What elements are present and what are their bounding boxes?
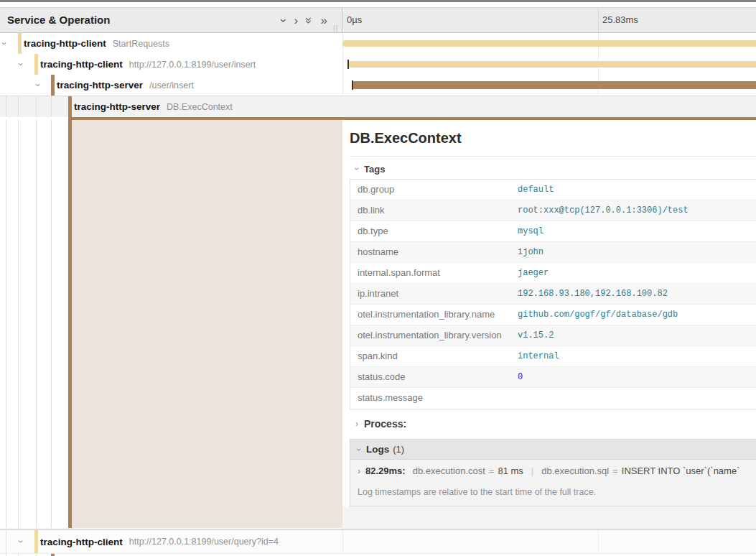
expand-collapse-controls: › › » » xyxy=(282,8,327,32)
span-service-name: tracing-http-server xyxy=(74,101,160,112)
logs-accordion-header[interactable]: › Logs (1) xyxy=(350,440,756,460)
chevron-right-icon: › xyxy=(355,420,358,428)
tag-value: jaeger xyxy=(510,263,549,283)
process-label: Process: xyxy=(364,418,406,430)
column-resizer-grip-icon[interactable]: || xyxy=(333,24,338,32)
chevron-down-icon[interactable]: › xyxy=(3,33,6,54)
tree-indent-guide xyxy=(18,96,19,117)
log-field-value: INSERT INTO `user`(`name` xyxy=(622,465,740,476)
tag-row: status.code 0 xyxy=(350,367,756,388)
span-detail-panel: DB.ExecContext › Tags db.group default d… xyxy=(342,120,756,529)
log-timestamp: 82.29ms: xyxy=(365,465,406,476)
collapse-all-button[interactable]: » xyxy=(306,14,312,27)
timeline-tick-25ms: 25.83ms xyxy=(602,8,638,32)
logs-count: (1) xyxy=(393,444,404,455)
tag-value: v1.15.2 xyxy=(510,325,554,346)
logs-accordion: › Logs (1) › 82.29ms: db.execution.cost … xyxy=(350,439,756,506)
span-operation-name: StartRequests xyxy=(113,39,169,49)
span-service-name: tracing-http-client xyxy=(24,38,106,49)
chevron-down-icon: › xyxy=(353,167,361,170)
span-operation-name: /user/insert xyxy=(149,80,194,91)
tag-row: db.group default xyxy=(350,180,756,200)
tag-row: status.message xyxy=(350,388,756,409)
tag-value: ijohn xyxy=(510,242,543,262)
log-entry[interactable]: › 82.29ms: db.execution.cost = 81 ms | d… xyxy=(358,465,756,476)
double-chevron-down-icon: » xyxy=(303,17,315,23)
logs-body: › 82.29ms: db.execution.cost = 81 ms | d… xyxy=(350,460,756,506)
chevron-down-icon: › xyxy=(355,448,363,451)
span-row-db-exec-context-selected[interactable]: tracing-http-server DB.ExecContext xyxy=(0,96,756,117)
log-timestamps-note: Log timestamps are relative to the start… xyxy=(358,487,596,497)
chevron-down-icon: › xyxy=(278,18,290,22)
span-row-client-insert[interactable]: › tracing-http-client http://127.0.0.1:8… xyxy=(0,54,756,75)
divider xyxy=(350,156,756,157)
span-service-name: tracing-http-server xyxy=(57,80,143,91)
tag-row: otel.instrumentation_library.version v1.… xyxy=(350,325,756,346)
chevron-down-icon[interactable]: › xyxy=(37,75,39,96)
span-color-chip xyxy=(18,33,22,54)
process-accordion-header[interactable]: › Process: xyxy=(355,417,406,431)
span-duration-bar[interactable] xyxy=(342,40,756,47)
span-row-start-requests[interactable]: › tracing-http-client StartRequests xyxy=(0,33,756,54)
tag-row: internal.span.format jaeger xyxy=(350,263,756,284)
span-row-client-query[interactable]: › tracing-http-client http://127.0.0.1:8… xyxy=(0,529,756,553)
tags-label: Tags xyxy=(364,164,385,175)
chevron-right-icon: › xyxy=(294,14,298,27)
span-rows: › tracing-http-client StartRequests › tr… xyxy=(0,33,756,117)
tag-key: ip.intranet xyxy=(350,284,510,304)
tree-indent-guide xyxy=(18,120,19,528)
service-operation-title: Service & Operation xyxy=(7,8,110,32)
span-start-tick xyxy=(352,80,353,90)
logs-label: Logs xyxy=(366,444,389,455)
span-row-server-insert[interactable]: › tracing-http-server /user/insert xyxy=(0,75,756,96)
tag-key: otel.instrumentation_library.version xyxy=(350,325,510,346)
tree-indent-guide xyxy=(36,120,37,528)
selected-span-duration-bar[interactable] xyxy=(68,117,756,120)
span-operation-name: http://127.0.0.1:8199/user/insert xyxy=(129,60,256,70)
double-chevron-right-icon: » xyxy=(321,14,327,27)
tag-value: root:xxx@tcp(127.0.0.1:3306)/test xyxy=(510,200,689,221)
tag-key: internal.span.format xyxy=(350,263,510,283)
tag-row: db.type mysql xyxy=(350,221,756,242)
tag-row: otel.instrumentation_library.name github… xyxy=(350,305,756,325)
span-operation-name: DB.ExecContext xyxy=(167,102,233,112)
equals-sign: = xyxy=(609,465,622,476)
timeline-tick-0us: 0µs xyxy=(347,8,362,32)
chevron-down-icon[interactable]: › xyxy=(19,530,22,553)
collapse-one-button[interactable]: › xyxy=(282,14,286,27)
span-color-chip xyxy=(34,530,38,553)
expand-all-button[interactable]: » xyxy=(321,14,327,27)
tag-row: span.kind internal xyxy=(350,346,756,367)
tag-key: db.type xyxy=(350,221,510,241)
tag-key: db.group xyxy=(350,180,510,200)
span-operation-name: http://127.0.0.1:8199/user/query?id=4 xyxy=(129,537,279,547)
tag-key: status.code xyxy=(350,367,510,387)
chevron-down-icon[interactable]: › xyxy=(19,54,22,75)
span-detail-title: DB.ExecContext xyxy=(350,130,462,147)
tag-value xyxy=(510,388,518,409)
tag-value: 192.168.93.180,192.168.100.82 xyxy=(510,284,668,304)
tree-indent-guide xyxy=(36,96,37,117)
timeline-gridline xyxy=(342,530,343,553)
timeline-gridline xyxy=(598,8,599,32)
detail-row-left-column xyxy=(0,120,342,529)
span-service-name: tracing-http-client xyxy=(40,537,123,547)
tag-row: db.link root:xxx@tcp(127.0.0.1:3306)/tes… xyxy=(350,200,756,221)
timeline-gridline xyxy=(598,530,599,553)
span-color-chip xyxy=(51,75,55,96)
span-color-chip xyxy=(68,96,72,117)
tags-accordion-header[interactable]: › Tags xyxy=(355,162,385,176)
tag-value: mysql xyxy=(510,221,543,241)
minimap-bottom-edge xyxy=(0,0,756,2)
tag-key: db.link xyxy=(350,200,510,221)
tag-key: span.kind xyxy=(350,346,510,366)
tag-key: otel.instrumentation_library.name xyxy=(350,305,510,325)
detail-panel-footer-area xyxy=(342,506,756,529)
service-operation-header: Service & Operation › › » » || xyxy=(0,8,342,32)
expand-one-button[interactable]: › xyxy=(294,14,298,27)
tree-indent-guide xyxy=(6,530,6,553)
span-duration-bar[interactable] xyxy=(347,61,756,68)
span-duration-bar[interactable] xyxy=(352,81,756,89)
tag-key: status.message xyxy=(350,388,510,409)
log-field-value: 81 ms xyxy=(498,465,523,476)
